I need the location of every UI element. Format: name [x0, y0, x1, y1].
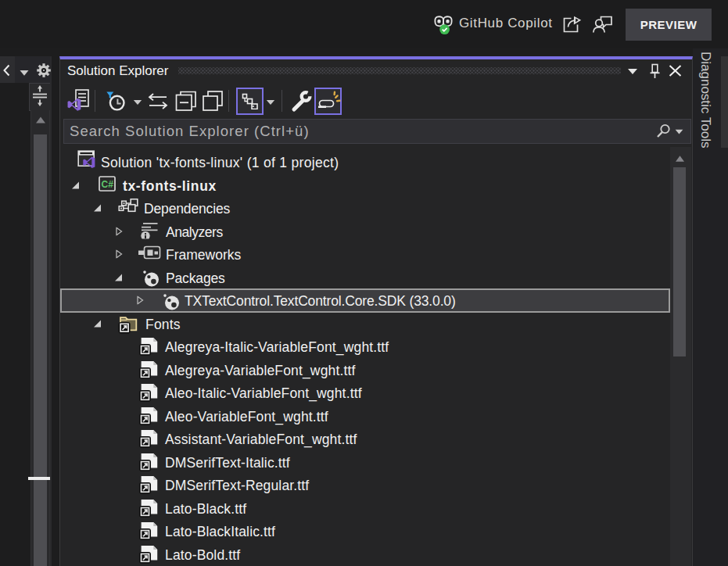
- svg-text:C#: C#: [102, 179, 114, 190]
